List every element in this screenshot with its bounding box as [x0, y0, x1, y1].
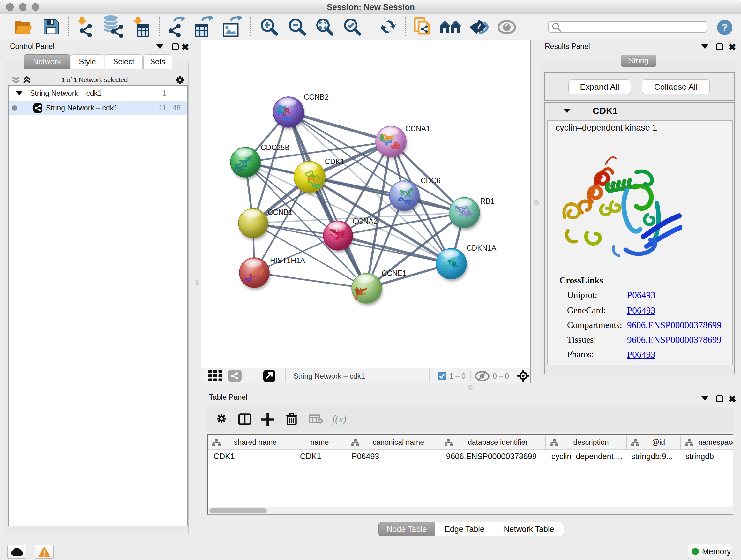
svg-text:CDC25B: CDC25B — [261, 143, 290, 152]
svg-text:CDC6: CDC6 — [421, 177, 441, 185]
svg-text:CDK1: CDK1 — [325, 158, 344, 166]
svg-text:CCNE1: CCNE1 — [382, 269, 407, 277]
svg-text:CDKN1A: CDKN1A — [467, 244, 496, 252]
svg-text:RB1: RB1 — [480, 197, 495, 205]
svg-text:CCNB2: CCNB2 — [304, 93, 329, 101]
svg-text:CCNB1: CCNB1 — [268, 208, 293, 216]
svg-text:HIST1H1A: HIST1H1A — [270, 256, 306, 265]
svg-text:CCNA2: CCNA2 — [353, 217, 378, 226]
svg-text:CCNA1: CCNA1 — [405, 125, 430, 133]
